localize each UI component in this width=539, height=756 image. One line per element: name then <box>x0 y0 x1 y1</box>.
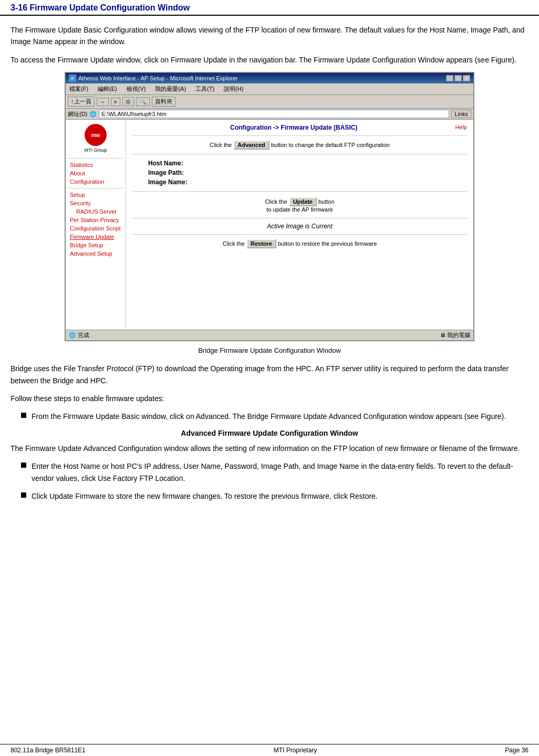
sidebar-item-per-station[interactable]: Per Station Privacy <box>68 216 123 224</box>
status-right: 🖥 我的電腦 <box>440 331 470 339</box>
back-button[interactable]: ↑上一頁 <box>68 97 95 107</box>
computer-icon: 🖥 <box>440 332 445 338</box>
favorites-button[interactable]: 資料夾 <box>152 97 175 107</box>
bullet-icon-3 <box>21 492 26 498</box>
ap-divider-4 <box>132 218 467 218</box>
minimize-btn[interactable]: _ <box>446 75 453 81</box>
advanced-body-text: The Firmware Update Advanced Configurati… <box>11 443 528 454</box>
menu-help[interactable]: 說明(H) <box>222 85 245 93</box>
search-button[interactable]: 🔍 <box>136 97 150 106</box>
ap-logo: mw MTI Group <box>68 124 123 153</box>
ap-sidebar: mw MTI Group Statistics About Configurat… <box>66 120 126 330</box>
sidebar-item-setup[interactable]: Setup <box>68 191 123 199</box>
sidebar-item-firmware-update[interactable]: Firmware Update <box>68 233 123 241</box>
sidebar-item-radius[interactable]: RADIUS Server <box>68 207 123 216</box>
menu-edit[interactable]: 編輯(E) <box>96 85 119 93</box>
logo-inner: mw <box>91 132 100 138</box>
ap-advanced-row: Click the Advanced button to change the … <box>132 140 467 150</box>
ap-interface: mw MTI Group Statistics About Configurat… <box>66 120 473 330</box>
footer-right: Page 36 <box>505 747 528 754</box>
body-para1: Bridge uses the File Transfer Protocol (… <box>11 363 528 386</box>
sidebar-divider-top <box>68 158 123 159</box>
maximize-btn[interactable]: □ <box>454 75 462 81</box>
sidebar-item-config-script[interactable]: Configuration Script <box>68 224 123 233</box>
browser-titlebar: e Atheros Web Interface - AP Setup - Mic… <box>66 73 473 83</box>
address-label: 網址(D) <box>68 110 87 118</box>
sidebar-item-security[interactable]: Security <box>68 199 123 207</box>
intro-para1: The Firmware Update Basic Configuration … <box>11 24 528 48</box>
intro-para2: To access the Firmware Update window, cl… <box>11 54 528 66</box>
figure-caption: Bridge Firmware Update Configuration Win… <box>11 346 528 354</box>
browser-menubar: 檔案(F) 編輯(E) 檢視(V) 我的最愛(A) 工具(T) 說明(H) <box>66 83 473 95</box>
menu-view[interactable]: 檢視(V) <box>125 85 148 93</box>
menu-file[interactable]: 檔案(F) <box>68 85 90 93</box>
ap-update-row: Click the Update button to update the AP… <box>132 197 467 213</box>
logo-icon: mw <box>85 124 107 146</box>
bullet-icon-2 <box>21 463 26 468</box>
ap-config-header: Help Configuration -> Firmware Update (B… <box>132 124 467 131</box>
status-text: 完成 <box>78 332 89 338</box>
bullet-text-1: From the Firmware Update Basic window, c… <box>32 411 528 422</box>
restore-button[interactable]: Restore <box>246 239 276 248</box>
titlebar-buttons: _ □ × <box>446 75 470 81</box>
update-text1: Click the <box>265 198 287 205</box>
restore-text1: Click the <box>223 240 245 247</box>
sidebar-item-about[interactable]: About <box>68 169 123 177</box>
titlebar-left: e Atheros Web Interface - AP Setup - Mic… <box>69 75 237 82</box>
forward-button[interactable]: → <box>97 98 109 106</box>
links-button[interactable]: Links <box>451 110 471 118</box>
image-name-label: Image Name: <box>148 178 201 186</box>
bullet-icon-1 <box>21 413 26 418</box>
sidebar-item-configuration[interactable]: Configuration <box>68 177 123 186</box>
status-left: 🌐 完成 <box>69 331 89 339</box>
ap-fields: Host Name: Image Path: Image Name: <box>148 160 467 186</box>
host-name-row: Host Name: <box>148 160 467 167</box>
refresh-button[interactable]: ◎ <box>122 97 134 106</box>
close-btn[interactable]: × <box>463 75 470 81</box>
advanced-text-before: Click the <box>210 142 232 148</box>
page-header: 3-16 Firmware Update Configuration Windo… <box>0 0 539 16</box>
sidebar-item-advanced-setup[interactable]: Advanced Setup <box>68 249 123 258</box>
browser-icon: e <box>69 75 76 82</box>
host-name-label: Host Name: <box>148 160 201 167</box>
advanced-section-title: Advanced Firmware Update Configuration W… <box>11 429 528 437</box>
update-text3: to update the AP firmware <box>266 206 333 213</box>
footer-center: MTI Proprietary <box>274 747 317 754</box>
menu-tools[interactable]: 工具(T) <box>194 85 216 93</box>
status-right-text: 我的電腦 <box>447 332 470 338</box>
sidebar-item-bridge-setup[interactable]: Bridge Setup <box>68 241 123 249</box>
address-input[interactable] <box>99 110 449 118</box>
sidebar-item-statistics[interactable]: Statistics <box>68 161 123 169</box>
page-title: 3-16 Firmware Update Configuration Windo… <box>11 3 528 13</box>
advanced-text-after: button to change the default FTP configu… <box>271 142 390 148</box>
browser-title: Atheros Web Interface - AP Setup - Micro… <box>78 75 237 81</box>
body-para2: Follow these steps to enable firmware up… <box>11 393 528 404</box>
page-footer: 802.11a Bridge BR5811E1 MTI Proprietary … <box>0 744 539 756</box>
bullet-item-2: Enter the Host Name or host PC’s IP addr… <box>21 460 528 484</box>
browser-statusbar: 🌐 完成 🖥 我的電腦 <box>66 330 473 340</box>
bullet-item-3: Click Update Firmware to store the new f… <box>21 490 528 502</box>
image-path-label: Image Path: <box>148 169 201 176</box>
image-path-row: Image Path: <box>148 169 467 176</box>
address-icon: 🌐 <box>89 111 97 118</box>
stop-button[interactable]: × <box>111 98 120 106</box>
bullet-text-3: Click Update Firmware to store the new f… <box>32 490 528 502</box>
menu-favorites[interactable]: 我的最愛(A) <box>153 85 188 93</box>
ap-config-title: Configuration -> Firmware Update (BASIC) <box>230 124 357 131</box>
bullet-list: From the Firmware Update Basic window, c… <box>21 411 528 422</box>
ap-divider-1 <box>132 135 467 136</box>
bullet-item-1: From the Firmware Update Basic window, c… <box>21 411 528 422</box>
update-text2: button <box>318 198 335 205</box>
ap-active-image: Active Image is Current <box>132 223 467 230</box>
page-content: The Firmware Update Basic Configuration … <box>0 16 539 513</box>
restore-text2: button to restore the previous firmware <box>278 240 377 247</box>
footer-left: 802.11a Bridge BR5811E1 <box>11 747 86 754</box>
ap-main-content: Help Configuration -> Firmware Update (B… <box>126 120 473 330</box>
ap-divider-2 <box>132 154 467 154</box>
ap-help-link[interactable]: Help <box>455 124 467 130</box>
sidebar-divider-1 <box>68 188 123 188</box>
bullet-text-2: Enter the Host Name or host PC’s IP addr… <box>32 460 528 484</box>
update-button[interactable]: Update <box>289 197 317 206</box>
browser-toolbar: ↑上一頁 → × ◎ 🔍 資料夾 <box>66 95 473 109</box>
advanced-button[interactable]: Advanced <box>233 140 270 150</box>
